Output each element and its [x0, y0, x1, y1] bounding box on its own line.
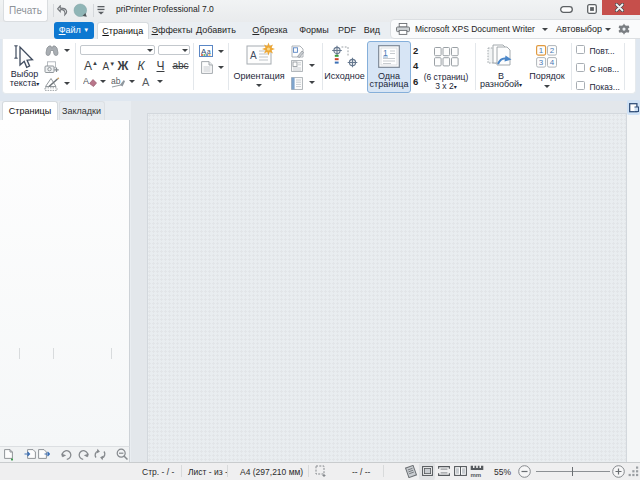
svg-text:4: 4	[549, 58, 554, 67]
svg-text:ab: ab	[111, 76, 121, 86]
svg-text:1: 1	[538, 46, 543, 55]
svg-text:A: A	[83, 76, 89, 86]
svg-text:1: 1	[383, 48, 388, 58]
svg-text:A: A	[250, 50, 257, 61]
svg-text:a: a	[207, 48, 211, 55]
svg-text:mm: mm	[471, 472, 482, 478]
svg-text:2: 2	[549, 46, 554, 55]
svg-text:3: 3	[538, 58, 543, 67]
